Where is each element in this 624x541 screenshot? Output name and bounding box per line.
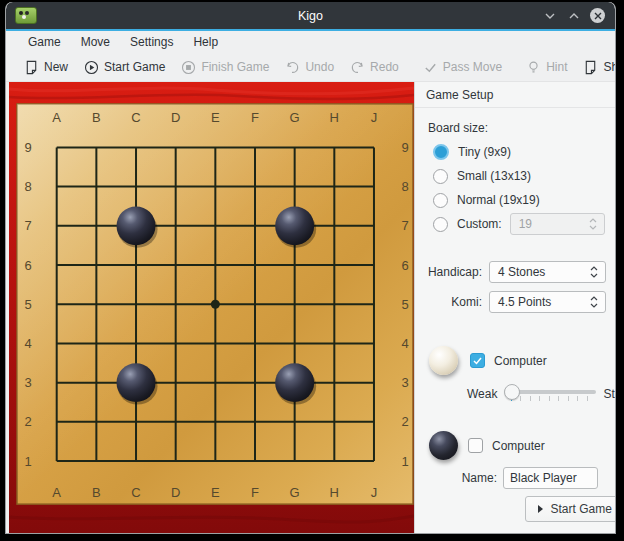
- svg-text:D: D: [171, 485, 180, 500]
- black-computer-label: Computer: [492, 439, 545, 453]
- show-move-numbers-button[interactable]: Show Move Numbers: [575, 57, 616, 78]
- close-icon[interactable]: [590, 8, 605, 23]
- spinner-arrows-icon[interactable]: [589, 218, 604, 230]
- weak-label: Weak: [467, 387, 497, 401]
- menu-move[interactable]: Move: [71, 32, 120, 52]
- radio-tiny[interactable]: Tiny (9x9): [433, 144, 616, 160]
- board-size-label: Board size:: [428, 121, 616, 135]
- go-stone-black: [275, 206, 314, 245]
- pass-move-button[interactable]: Pass Move: [415, 57, 510, 78]
- game-setup-panel: Game Setup ◇ Board size: Tiny (9x9) Smal…: [414, 82, 616, 533]
- handicap-row: Handicap: 4 Stones: [420, 261, 616, 283]
- radio-normal[interactable]: Normal (19x19): [433, 192, 616, 208]
- titlebar[interactable]: Kigo: [6, 2, 615, 29]
- white-player-row: Computer: [429, 346, 616, 375]
- svg-text:D: D: [171, 110, 180, 125]
- go-stone-black: [117, 206, 156, 245]
- handicap-spinbox[interactable]: 4 Stones: [489, 261, 606, 283]
- radio-small[interactable]: Small (13x13): [433, 168, 616, 184]
- menu-settings[interactable]: Settings: [120, 32, 183, 52]
- black-stone-image: [429, 431, 458, 460]
- radio-circle[interactable]: [433, 144, 449, 160]
- svg-text:2: 2: [24, 414, 31, 429]
- svg-text:6: 6: [24, 258, 31, 273]
- lightbulb-icon: [526, 60, 541, 75]
- svg-text:C: C: [131, 110, 140, 125]
- window-title: Kigo: [6, 9, 615, 23]
- redo-button[interactable]: Redo: [342, 57, 407, 78]
- black-player-row: Computer: [429, 431, 616, 460]
- maximize-icon[interactable]: [566, 8, 582, 24]
- player-name-input[interactable]: [503, 467, 598, 489]
- svg-text:J: J: [371, 110, 377, 125]
- name-row: Name:: [420, 467, 616, 489]
- svg-text:8: 8: [24, 179, 31, 194]
- strong-label: Strong: [603, 387, 616, 401]
- svg-text:9: 9: [24, 140, 31, 155]
- komi-spinbox[interactable]: 4.5 Points: [489, 291, 606, 313]
- go-stone-black: [117, 363, 156, 402]
- document-icon: [583, 60, 598, 75]
- white-stone-image: [429, 346, 458, 375]
- radio-custom[interactable]: Custom: 19: [433, 216, 616, 232]
- handicap-label: Handicap:: [420, 265, 482, 279]
- stop-circle-icon: [181, 60, 196, 75]
- svg-text:F: F: [251, 110, 259, 125]
- komi-label: Komi:: [420, 295, 482, 309]
- start-game-panel-button[interactable]: Start Game: [525, 496, 616, 522]
- svg-text:A: A: [52, 110, 61, 125]
- svg-text:6: 6: [401, 258, 408, 273]
- menu-game[interactable]: Game: [18, 32, 71, 52]
- black-computer-checkbox[interactable]: [468, 438, 483, 453]
- panel-header[interactable]: Game Setup ◇: [415, 82, 616, 108]
- hint-button[interactable]: Hint: [518, 57, 575, 78]
- svg-text:F: F: [251, 485, 259, 500]
- name-label: Name:: [420, 471, 497, 485]
- svg-text:E: E: [211, 485, 220, 500]
- svg-text:8: 8: [401, 179, 408, 194]
- svg-text:2: 2: [401, 414, 408, 429]
- play-arrow-icon: [538, 505, 543, 513]
- svg-text:4: 4: [401, 336, 408, 351]
- redo-arrow-icon: [350, 60, 365, 75]
- undo-button[interactable]: Undo: [277, 57, 342, 78]
- svg-text:9: 9: [401, 140, 408, 155]
- custom-size-spinbox[interactable]: 19: [510, 213, 605, 235]
- svg-text:H: H: [330, 110, 339, 125]
- svg-text:A: A: [52, 485, 61, 500]
- toolbar: New Start Game Finish Game Undo Redo Pas…: [6, 53, 615, 82]
- radio-circle[interactable]: [433, 193, 448, 208]
- new-document-icon: [24, 60, 39, 75]
- svg-text:C: C: [131, 485, 140, 500]
- minimize-icon[interactable]: [542, 8, 558, 24]
- svg-text:B: B: [92, 110, 101, 125]
- svg-text:G: G: [290, 485, 300, 500]
- svg-text:G: G: [290, 110, 300, 125]
- svg-text:1: 1: [401, 454, 408, 469]
- svg-text:3: 3: [401, 375, 408, 390]
- play-circle-icon: [84, 60, 99, 75]
- svg-text:4: 4: [24, 336, 31, 351]
- spinner-arrows-icon[interactable]: [590, 266, 605, 278]
- white-computer-checkbox[interactable]: [470, 353, 485, 368]
- go-board[interactable]: AABBCCDDEEFFGGHHJJ998877665544332211: [6, 82, 414, 533]
- svg-text:7: 7: [24, 218, 31, 233]
- strength-slider-row: Weak Strong: [467, 383, 616, 405]
- finish-game-button[interactable]: Finish Game: [173, 57, 277, 78]
- white-computer-label: Computer: [494, 354, 547, 368]
- menu-help[interactable]: Help: [183, 32, 228, 52]
- strength-slider[interactable]: [504, 383, 596, 405]
- svg-text:J: J: [371, 485, 377, 500]
- undo-arrow-icon: [285, 60, 300, 75]
- svg-text:7: 7: [401, 218, 408, 233]
- svg-text:5: 5: [24, 297, 31, 312]
- radio-circle[interactable]: [433, 217, 448, 232]
- checkmark-icon: [423, 60, 438, 75]
- svg-text:B: B: [92, 485, 101, 500]
- go-board-svg: AABBCCDDEEFFGGHHJJ998877665544332211: [9, 82, 414, 534]
- spinner-arrows-icon[interactable]: [590, 296, 605, 308]
- new-button[interactable]: New: [16, 57, 76, 78]
- svg-text:3: 3: [24, 375, 31, 390]
- start-game-button[interactable]: Start Game: [76, 57, 173, 78]
- radio-circle[interactable]: [433, 169, 448, 184]
